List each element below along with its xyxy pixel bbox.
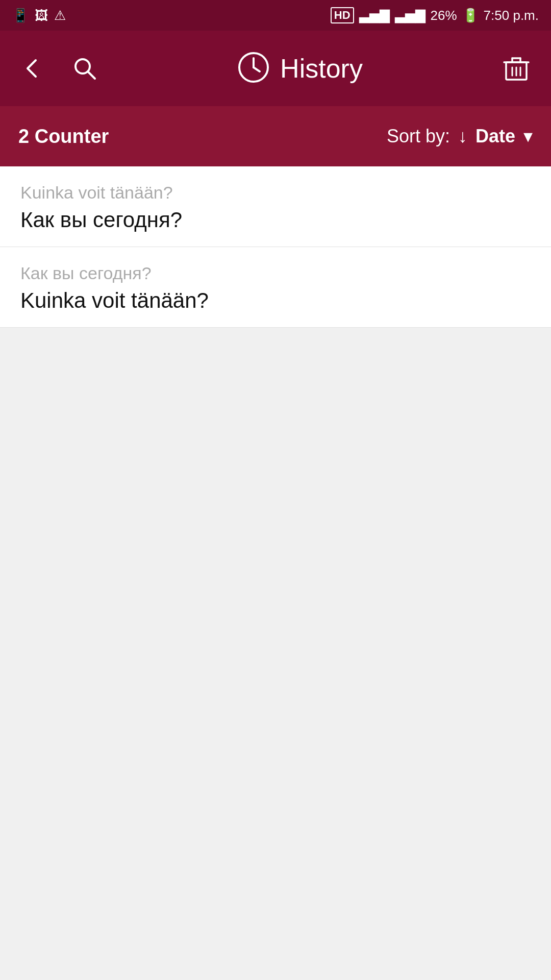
sort-controls[interactable]: Sort by: ↓ Date ▾ [387, 126, 533, 147]
app-bar: History [0, 31, 551, 106]
whatsapp-icon: 📱 [12, 8, 29, 23]
svg-line-4 [254, 67, 260, 71]
app-bar-center: History [102, 51, 498, 86]
page-title: History [280, 53, 363, 84]
status-bar: 📱 🖼 ⚠ HD ▃▅▇ ▃▅▇ 26% 🔋 7:50 p.m. [0, 0, 551, 31]
battery-icon: 🔋 [462, 8, 479, 23]
warning-icon: ⚠ [54, 8, 66, 23]
history-item[interactable]: Kuinka voit tänään? Как вы сегодня? [0, 166, 551, 247]
image-icon: 🖼 [35, 8, 48, 23]
sort-direction-icon: ↓ [458, 126, 467, 147]
hd-icon: HD [331, 7, 354, 23]
status-time: 7:50 p.m. [484, 8, 539, 23]
sort-value: Date [475, 126, 515, 147]
counter-label: 2 Counter [18, 126, 109, 148]
history-item-translation: Kuinka voit tänään? [20, 288, 531, 313]
sort-by-label: Sort by: [387, 126, 450, 147]
status-right: HD ▃▅▇ ▃▅▇ 26% 🔋 7:50 p.m. [331, 7, 539, 23]
search-button[interactable] [67, 51, 102, 86]
history-item-source: Kuinka voit tänään? [20, 183, 531, 203]
sort-dropdown-icon[interactable]: ▾ [523, 126, 533, 147]
svg-line-1 [88, 71, 95, 79]
sub-bar: 2 Counter Sort by: ↓ Date ▾ [0, 106, 551, 166]
history-list: Kuinka voit tänään? Как вы сегодня? Как … [0, 166, 551, 328]
history-item-translation: Как вы сегодня? [20, 208, 531, 232]
history-item-source: Как вы сегодня? [20, 263, 531, 283]
back-button[interactable] [16, 52, 49, 85]
signal2-icon: ▃▅▇ [395, 8, 425, 23]
app-bar-left [16, 51, 102, 86]
delete-button[interactable] [498, 50, 535, 87]
history-item[interactable]: Как вы сегодня? Kuinka voit tänään? [0, 247, 551, 328]
battery-text: 26% [431, 8, 457, 23]
status-left-icons: 📱 🖼 ⚠ [12, 8, 66, 23]
empty-content-area [0, 328, 551, 980]
signal1-icon: ▃▅▇ [359, 8, 390, 23]
clock-icon [237, 51, 270, 86]
